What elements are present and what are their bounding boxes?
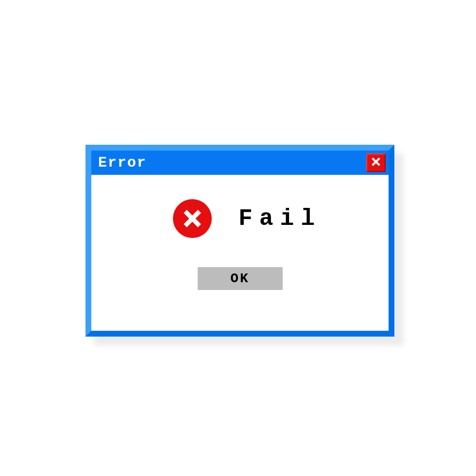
error-message: Fail — [238, 205, 322, 232]
close-button[interactable] — [366, 153, 386, 172]
close-icon — [371, 156, 381, 170]
ok-button[interactable]: OK — [198, 267, 283, 290]
error-dialog: Error Fail OK — [85, 145, 394, 337]
message-row: Fail — [158, 199, 322, 238]
error-circle-icon — [173, 199, 212, 238]
dialog-window: Error Fail OK — [85, 145, 394, 337]
title-bar: Error — [91, 151, 389, 175]
dialog-body: Fail OK — [91, 175, 389, 331]
window-title: Error — [98, 154, 147, 171]
